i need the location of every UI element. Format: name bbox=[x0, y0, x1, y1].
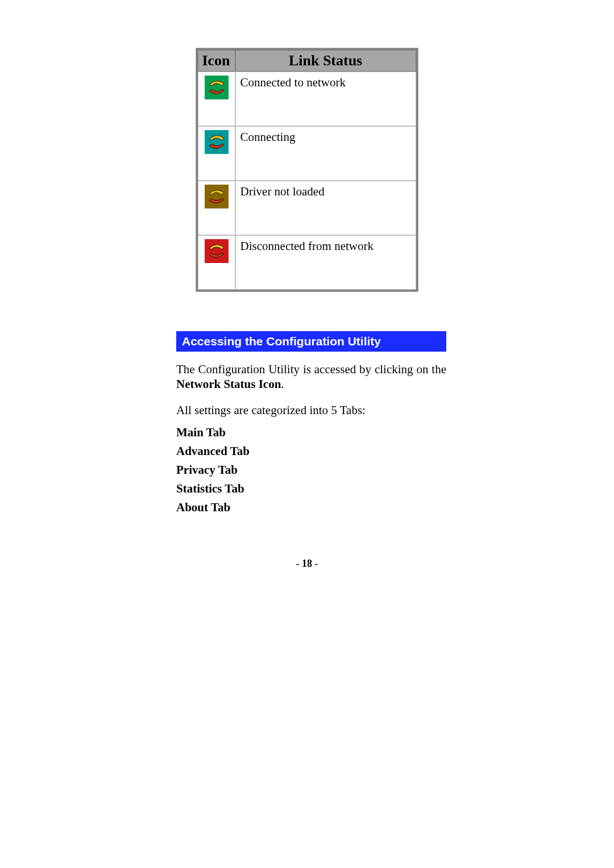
icon-cell-disconnected bbox=[198, 235, 235, 290]
network-status-icon-driver-not-loaded bbox=[205, 185, 229, 208]
icon-cell-driver bbox=[198, 181, 235, 235]
status-desc-driver: Driver not loaded bbox=[235, 181, 416, 235]
tab-item-privacy: Privacy Tab bbox=[176, 463, 446, 477]
section-heading: Accessing the Configuration Utility bbox=[176, 331, 446, 352]
body-para-prefix: The Configuration Utility is accessed by… bbox=[176, 362, 446, 376]
table-row: Connecting bbox=[198, 126, 416, 181]
status-desc-connecting: Connecting bbox=[235, 126, 416, 181]
table-row: Connected to network bbox=[198, 72, 416, 126]
page-number: - 18 - bbox=[0, 558, 614, 570]
tab-item-statistics: Statistics Tab bbox=[176, 482, 446, 496]
header-icon: Icon bbox=[198, 50, 235, 72]
table-row: Driver not loaded bbox=[198, 181, 416, 235]
tab-item-about: About Tab bbox=[176, 500, 446, 515]
network-status-icon-connecting bbox=[205, 130, 229, 154]
icon-cell-connecting bbox=[198, 126, 235, 181]
header-link-status: Link Status bbox=[235, 50, 416, 72]
status-desc-connected: Connected to network bbox=[235, 72, 416, 126]
body-paragraph: The Configuration Utility is accessed by… bbox=[176, 362, 446, 392]
page-number-dash-left: - bbox=[296, 558, 302, 569]
document-page: Icon Link Status Connected to network bbox=[0, 0, 614, 868]
tab-item-main: Main Tab bbox=[176, 425, 446, 440]
status-desc-disconnected: Disconnected from network bbox=[235, 235, 416, 290]
page-number-dash-right: - bbox=[312, 558, 318, 569]
tabs-intro: All settings are categorized into 5 Tabs… bbox=[176, 403, 446, 418]
network-status-icon-disconnected bbox=[205, 239, 229, 263]
body-para-bold-network-status-icon: Network Status Icon bbox=[176, 377, 281, 391]
tabs-list: Main Tab Advanced Tab Privacy Tab Statis… bbox=[176, 425, 446, 515]
table-row: Disconnected from network bbox=[198, 235, 416, 290]
icon-cell-connected bbox=[198, 72, 235, 126]
link-status-table: Icon Link Status Connected to network bbox=[196, 48, 417, 291]
tab-item-advanced: Advanced Tab bbox=[176, 444, 446, 458]
page-number-value: 18 bbox=[302, 558, 312, 569]
network-status-icon-connected bbox=[205, 76, 229, 99]
body-para-suffix: . bbox=[281, 377, 284, 391]
table-header-row: Icon Link Status bbox=[198, 50, 416, 72]
